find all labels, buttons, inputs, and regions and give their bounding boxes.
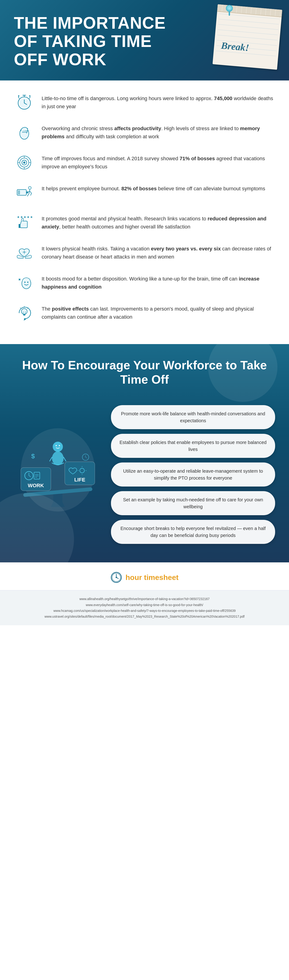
benefit-positive: The positive effects can last. Improveme…	[14, 302, 275, 323]
benefit-burnout-text: It helps prevent employee burnout. 82% o…	[41, 182, 265, 192]
benefit-deaths-text: Little-to-no time off is dangerous. Long…	[41, 92, 275, 111]
bg-decoration-2	[208, 344, 278, 402]
svg-marker-29	[30, 216, 33, 218]
tip-5: Encourage short breaks to help everyone …	[111, 520, 275, 544]
benefit-icon-target	[14, 152, 35, 173]
svg-point-3	[228, 7, 230, 10]
benefit-heart: It lowers physical health risks. Taking …	[14, 242, 275, 263]
svg-point-79	[116, 577, 117, 578]
benefit-mental-health: It promotes good mental and physical hea…	[14, 212, 275, 233]
references-section: www.allinahealth.org/healthysetgo/thrive…	[0, 590, 289, 625]
svg-text:LIFE: LIFE	[74, 477, 85, 483]
svg-marker-25	[17, 216, 19, 218]
benefit-productivity: Overworking and chronic stress affects p…	[14, 122, 275, 143]
svg-line-44	[21, 307, 21, 309]
svg-point-66	[52, 451, 64, 465]
hour-timesheet-logo-icon	[111, 572, 122, 583]
svg-text:WORK: WORK	[28, 483, 44, 488]
svg-rect-41	[23, 315, 25, 316]
svg-point-69	[56, 445, 57, 446]
svg-point-10	[18, 95, 19, 96]
header-title: THE IMPORTANCE OF TAKING TIME OFF WORK	[14, 14, 176, 69]
svg-point-39	[22, 309, 27, 314]
benefit-icon-lightbulb	[14, 302, 35, 323]
tip-2: Establish clear policies that enable emp…	[111, 434, 275, 458]
benefit-mood-text: It boosts mood for a better disposition.…	[41, 272, 275, 291]
svg-marker-26	[21, 216, 23, 218]
benefit-focus: Time off improves focus and mindset. A 2…	[14, 152, 275, 173]
benefit-productivity-text: Overworking and chronic stress affects p…	[41, 122, 275, 141]
header-section: Break! THE IMPORTANCE OF TAKING TIME OFF…	[0, 0, 289, 81]
svg-rect-2	[229, 11, 230, 16]
benefit-positive-text: The positive effects can last. Improveme…	[41, 302, 275, 321]
benefit-deaths: Little-to-no time off is dangerous. Long…	[14, 92, 275, 113]
svg-marker-27	[24, 216, 26, 218]
encourage-section: How To Encourage Your Workforce to Take …	[0, 344, 289, 563]
svg-rect-40	[23, 314, 25, 315]
svg-point-11	[29, 95, 30, 96]
svg-point-33	[24, 282, 25, 283]
svg-marker-28	[27, 216, 29, 218]
benefit-focus-text: Time off improves focus and mindset. A 2…	[41, 152, 275, 171]
svg-point-70	[59, 445, 60, 446]
svg-point-65	[53, 442, 63, 452]
thumbtack-icon	[224, 4, 235, 17]
references-text: www.allinahealth.org/healthysetgo/thrive…	[14, 596, 275, 619]
svg-point-16	[23, 161, 25, 164]
benefit-heart-text: It lowers physical health risks. Taking …	[41, 242, 275, 261]
notepad-decoration: Break!	[213, 4, 282, 70]
benefit-icon-runner	[14, 182, 35, 203]
svg-text:$: $	[31, 453, 35, 460]
footer-logo: hour timesheet	[0, 562, 289, 590]
tips-column: Promote more work-life balance with heal…	[111, 401, 275, 544]
tip-3: Utilize an easy-to-operate and reliable …	[111, 463, 275, 487]
benefit-mental-health-text: It promotes good mental and physical hea…	[41, 212, 275, 231]
benefit-mood: It boosts mood for a better disposition.…	[14, 272, 275, 293]
logo-wordmark: hour timesheet	[125, 573, 178, 582]
benefit-icon-smiley	[14, 272, 35, 293]
benefit-icon-clock	[14, 92, 35, 113]
benefit-icon-heart	[14, 242, 35, 263]
benefit-icon-stars	[14, 212, 35, 233]
svg-point-24	[29, 186, 31, 189]
svg-rect-23	[18, 190, 20, 194]
tip-1: Promote more work-life balance with heal…	[111, 405, 275, 429]
benefits-section: Little-to-no time off is dangerous. Long…	[0, 81, 289, 344]
benefit-icon-brain	[14, 122, 35, 143]
svg-point-34	[27, 282, 28, 283]
tip-4: Set an example by taking much-needed tim…	[111, 491, 275, 515]
benefit-burnout: It helps prevent employee burnout. 82% o…	[14, 182, 275, 203]
